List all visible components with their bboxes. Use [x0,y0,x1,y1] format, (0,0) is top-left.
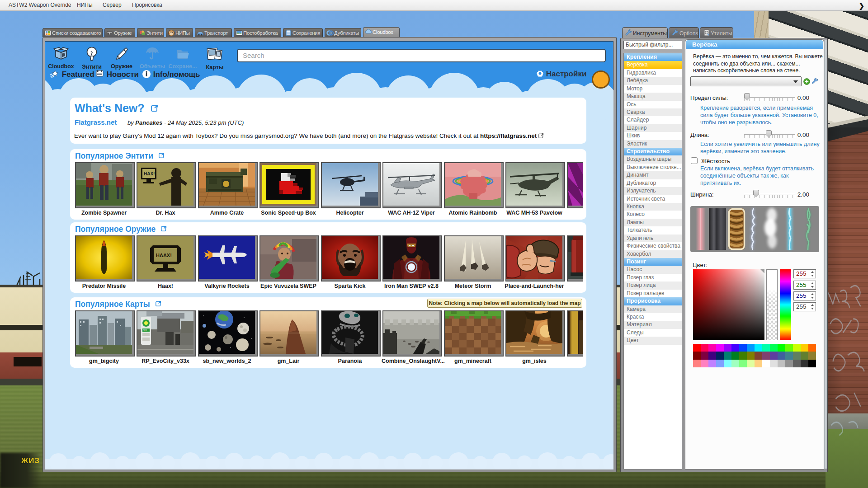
svg-text:305': 305' [143,329,147,332]
svg-text:HAAX!: HAAX! [156,253,172,258]
